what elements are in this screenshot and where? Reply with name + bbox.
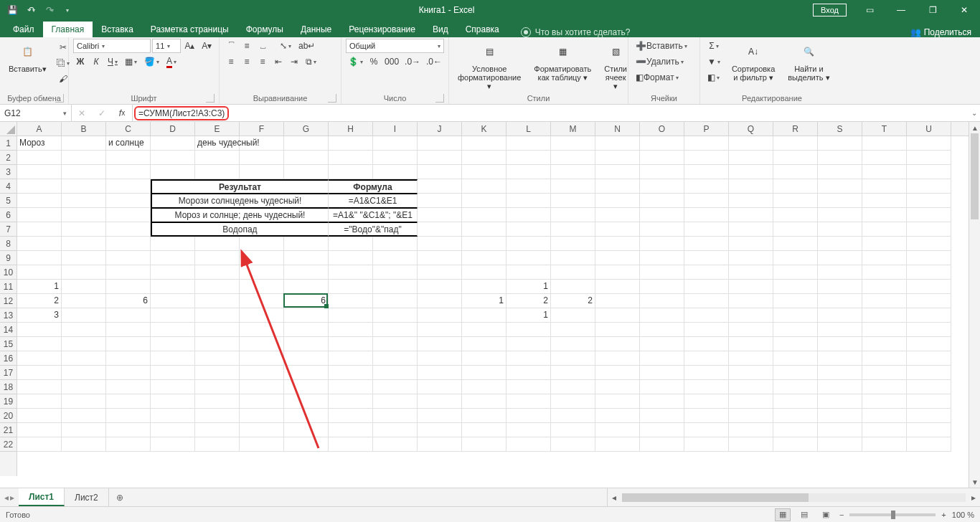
cell[interactable]	[773, 194, 818, 208]
row-header[interactable]: 16	[0, 351, 17, 366]
cell[interactable]	[729, 323, 773, 337]
cell[interactable]	[462, 409, 507, 423]
cell[interactable]	[329, 394, 373, 409]
cell[interactable]	[729, 251, 773, 265]
cell[interactable]	[773, 208, 818, 222]
row-header[interactable]: 12	[0, 294, 17, 308]
cell[interactable]	[106, 409, 151, 423]
cell[interactable]	[818, 208, 862, 222]
cell[interactable]	[640, 337, 684, 351]
cell[interactable]	[106, 380, 151, 394]
cell[interactable]	[818, 222, 862, 237]
col-header[interactable]: I	[373, 122, 418, 136]
vscroll-thumb[interactable]	[971, 133, 979, 219]
row-header[interactable]: 5	[0, 194, 17, 208]
cell[interactable]	[818, 265, 862, 280]
cell[interactable]	[17, 366, 62, 380]
cell[interactable]	[818, 380, 862, 394]
cell[interactable]	[684, 337, 729, 351]
cell[interactable]	[551, 251, 595, 265]
cell[interactable]	[507, 151, 551, 165]
cell[interactable]	[151, 280, 195, 294]
cell[interactable]	[195, 265, 240, 280]
col-header[interactable]: K	[462, 122, 507, 136]
cell[interactable]	[284, 337, 329, 351]
cell[interactable]: и солнце	[106, 136, 151, 151]
cell[interactable]	[595, 394, 640, 409]
cell[interactable]	[62, 151, 106, 165]
undo-icon[interactable]: ↶▾	[23, 2, 39, 18]
col-header[interactable]: J	[418, 122, 462, 136]
cell[interactable]	[418, 251, 462, 265]
cell[interactable]	[684, 294, 729, 308]
font-color-button[interactable]: A▾	[164, 54, 179, 69]
save-icon[interactable]: 💾	[4, 2, 20, 18]
cell[interactable]	[729, 308, 773, 323]
cell[interactable]	[418, 179, 462, 194]
cell[interactable]	[729, 280, 773, 294]
redo-icon[interactable]: ↷▾	[42, 2, 57, 18]
qat-customize-icon[interactable]: ▾	[60, 2, 76, 18]
autosum-button[interactable]: Σ▾	[705, 39, 723, 53]
decrease-indent-button[interactable]: ⇤	[271, 54, 286, 69]
cell[interactable]	[862, 179, 907, 194]
cell[interactable]	[462, 265, 507, 280]
cell[interactable]	[862, 351, 907, 366]
cell[interactable]	[240, 151, 284, 165]
cell[interactable]	[551, 151, 595, 165]
cell[interactable]	[195, 380, 240, 394]
cell[interactable]	[551, 237, 595, 251]
cell[interactable]	[907, 251, 951, 265]
cell[interactable]	[862, 337, 907, 351]
cell[interactable]	[907, 437, 951, 452]
row-header[interactable]: 11	[0, 280, 17, 294]
cell[interactable]	[818, 351, 862, 366]
row-header[interactable]: 15	[0, 337, 17, 351]
cell[interactable]	[507, 409, 551, 423]
row-header[interactable]: 2	[0, 151, 17, 165]
cell[interactable]	[907, 237, 951, 251]
cell[interactable]	[462, 194, 507, 208]
cell[interactable]	[595, 265, 640, 280]
currency-button[interactable]: 💲▾	[346, 54, 365, 69]
cell[interactable]	[595, 294, 640, 308]
cell[interactable]: Мороз и солнце; день чудесный!	[151, 208, 329, 222]
cell[interactable]	[17, 208, 62, 222]
borders-button[interactable]: ▦▾	[122, 54, 140, 69]
cell[interactable]	[507, 437, 551, 452]
cell[interactable]	[684, 423, 729, 437]
sheet-nav[interactable]: ◂▸	[0, 488, 19, 506]
cell[interactable]	[151, 409, 195, 423]
tab-формулы[interactable]: Формулы	[237, 22, 292, 37]
align-left-button[interactable]: ≡	[224, 54, 238, 69]
cell[interactable]	[640, 351, 684, 366]
cell[interactable]	[106, 423, 151, 437]
col-header[interactable]: H	[329, 122, 373, 136]
cell[interactable]: 1	[507, 308, 551, 323]
cell[interactable]	[284, 151, 329, 165]
cell[interactable]	[462, 222, 507, 237]
cell[interactable]	[62, 423, 106, 437]
cell[interactable]	[284, 265, 329, 280]
cell[interactable]	[551, 394, 595, 409]
cell[interactable]	[729, 366, 773, 380]
cell[interactable]	[862, 251, 907, 265]
cell[interactable]	[640, 280, 684, 294]
cell[interactable]	[240, 366, 284, 380]
ribbon-options-icon[interactable]: ▭	[854, 0, 885, 20]
cell[interactable]	[595, 366, 640, 380]
cell[interactable]	[284, 351, 329, 366]
cell[interactable]	[106, 222, 151, 237]
cell[interactable]	[62, 380, 106, 394]
cell[interactable]	[284, 237, 329, 251]
cell[interactable]	[462, 237, 507, 251]
cell[interactable]	[195, 337, 240, 351]
col-header[interactable]: B	[62, 122, 106, 136]
wrap-text-button[interactable]: ab↵	[296, 39, 318, 53]
cell[interactable]	[551, 351, 595, 366]
cell[interactable]	[862, 294, 907, 308]
cell[interactable]	[640, 409, 684, 423]
cell[interactable]	[195, 351, 240, 366]
cell[interactable]	[240, 136, 284, 151]
cell[interactable]	[151, 337, 195, 351]
